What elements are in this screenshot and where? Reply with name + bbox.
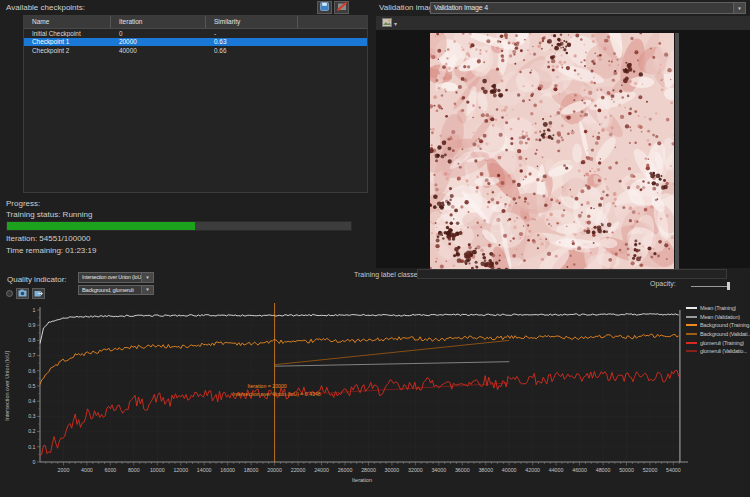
x-tick-label: 20000 [267, 467, 282, 473]
x-tick-label: 4000 [81, 467, 93, 473]
quality-classes-selected: Background, glomeruli [79, 286, 141, 295]
progress-bar-fill [7, 222, 195, 230]
snapshot-button[interactable] [16, 288, 29, 299]
series-line [40, 371, 679, 457]
x-tick-label: 50000 [619, 467, 634, 473]
series-line [40, 334, 679, 384]
opacity-slider-handle[interactable] [727, 282, 730, 290]
x-tick-label: 18000 [244, 467, 259, 473]
table-cell: Initial Checkpoint [24, 30, 111, 37]
annotation-line-2: Intersection over Union (IoU) = 0.4348 [233, 391, 321, 397]
opacity-slider-track[interactable] [691, 286, 729, 287]
picture-icon [382, 18, 392, 29]
legend-swatch [686, 307, 697, 309]
floppy-disk-icon [320, 2, 329, 13]
validation-image-select[interactable]: Validation Image 4 ▼ [430, 2, 746, 14]
legend-label: Background (Training... [700, 322, 750, 328]
quality-indicator-label: Quality indicator: [7, 275, 67, 284]
table-row[interactable]: Checkpoint 2400000.66 [24, 46, 367, 55]
x-tick-label: 30000 [385, 467, 400, 473]
legend-label: Mean (Validation) [700, 314, 740, 320]
y-tick-label: 0.7 [28, 352, 35, 358]
progress-label: Progress: [6, 199, 40, 208]
caret-down-icon: ▾ [394, 20, 397, 27]
legend-item: Background (Validati... [686, 330, 750, 339]
annotation-line-1: Iteration = 20000 [248, 383, 287, 389]
chevron-down-icon: ▼ [141, 273, 153, 282]
validation-image-selected: Validation Image 4 [431, 3, 733, 13]
quality-chart[interactable]: 2000400060008000100001200014000160001800… [0, 300, 750, 497]
x-tick-label: 54000 [666, 467, 681, 473]
legend-label: Mean (Training) [700, 305, 736, 311]
x-tick-label: 22000 [291, 467, 306, 473]
viewer-toolbar [376, 16, 750, 30]
x-tick-label: 44000 [549, 467, 564, 473]
training-window: Available checkpoints: NameIterationSimi… [0, 0, 750, 497]
column-header[interactable] [298, 16, 367, 28]
legend-label: glomeruli (Training) [700, 340, 744, 346]
y-tick-label: 1 [33, 307, 36, 313]
legend-label: glomeruli (Validatio... [700, 348, 747, 354]
x-tick-label: 24000 [314, 467, 329, 473]
training-label-classes-label: Training label classes: [354, 271, 423, 278]
chart-legend: Mean (Training)Mean (Validation)Backgrou… [686, 304, 750, 356]
column-header[interactable]: Iteration [111, 16, 206, 28]
table-cell: 20000 [111, 38, 206, 45]
table-header: NameIterationSimilarity [24, 16, 367, 29]
quality-metric-select[interactable]: Intersection over Union (IoU) ▼ [78, 272, 154, 283]
chevron-down-icon: ▼ [733, 3, 745, 13]
legend-item: glomeruli (Training) [686, 338, 750, 347]
red-slash-delete-icon [337, 2, 347, 13]
legend-swatch [686, 333, 697, 335]
legend-item: glomeruli (Validatio... [686, 347, 750, 356]
table-cell: - [206, 30, 298, 37]
training-status: Training status: Running [6, 210, 92, 219]
quality-metric-selected: Intersection over Union (IoU) [79, 273, 141, 282]
image-menu-button[interactable]: ▾ [382, 18, 397, 29]
table-cell: Checkpoint 2 [24, 47, 111, 54]
legend-swatch [686, 350, 697, 352]
x-tick-label: 36000 [455, 467, 470, 473]
table-cell: 0 [111, 30, 206, 37]
x-tick-label: 28000 [361, 467, 376, 473]
legend-swatch [686, 316, 697, 318]
legend-swatch [686, 342, 697, 344]
x-tick-label: 6000 [105, 467, 117, 473]
x-tick-label: 16000 [220, 467, 235, 473]
x-tick-label: 52000 [643, 467, 658, 473]
x-tick-label: 2000 [58, 467, 70, 473]
x-tick-label: 14000 [197, 467, 212, 473]
x-tick-label: 26000 [338, 467, 353, 473]
legend-item: Mean (Validation) [686, 313, 750, 322]
export-arrow-icon [34, 289, 43, 299]
y-tick-label: 0.6 [28, 368, 35, 374]
training-label-classes-field[interactable] [417, 269, 727, 279]
export-chart-button[interactable] [32, 288, 45, 299]
camera-icon [18, 289, 27, 299]
table-row[interactable]: Checkpoint 1200000.63 [24, 38, 367, 47]
table-cell: Checkpoint 1 [24, 38, 111, 45]
y-tick-label: 0.8 [28, 337, 35, 343]
validation-histology-image[interactable] [430, 33, 674, 269]
delete-checkpoint-button[interactable] [334, 1, 349, 14]
x-tick-label: 40000 [502, 467, 517, 473]
checkpoints-label: Available checkpoints: [6, 3, 85, 12]
table-row[interactable]: Initial Checkpoint0- [24, 29, 367, 38]
progress-bar [6, 221, 352, 231]
y-tick-label: 0 [33, 459, 36, 465]
column-header[interactable]: Name [24, 16, 111, 28]
x-tick-label: 10000 [150, 467, 165, 473]
quality-classes-select[interactable]: Background, glomeruli ▼ [78, 285, 154, 296]
column-header[interactable]: Similarity [206, 16, 298, 28]
status-dot [6, 290, 13, 297]
x-tick-label: 46000 [572, 467, 587, 473]
checkpoints-table[interactable]: NameIterationSimilarity Initial Checkpoi… [23, 15, 368, 193]
x-tick-label: 38000 [478, 467, 493, 473]
y-tick-label: 0.4 [28, 398, 35, 404]
image-scrollbar[interactable] [675, 33, 679, 269]
save-checkpoint-button[interactable] [317, 1, 332, 14]
x-tick-label: 32000 [408, 467, 423, 473]
opacity-label: Opacity: [650, 280, 676, 287]
y-axis-title: Intersection over Union [IoU] [4, 351, 10, 421]
y-tick-label: 0.9 [28, 322, 35, 328]
